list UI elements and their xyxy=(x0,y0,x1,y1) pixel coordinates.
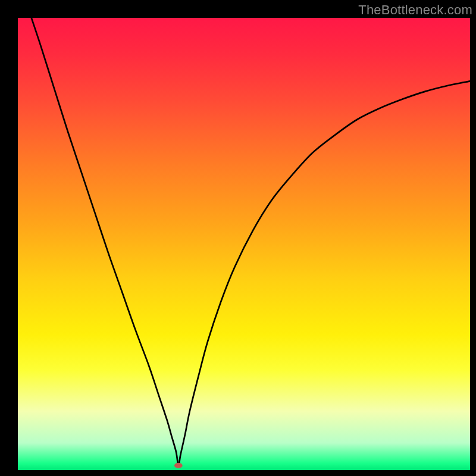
bottleneck-curve xyxy=(32,18,470,465)
curve-minimum-marker xyxy=(174,463,183,468)
chart-svg xyxy=(18,18,470,470)
watermark-text: TheBottleneck.com xyxy=(358,2,472,18)
chart-plot-area xyxy=(18,18,470,470)
